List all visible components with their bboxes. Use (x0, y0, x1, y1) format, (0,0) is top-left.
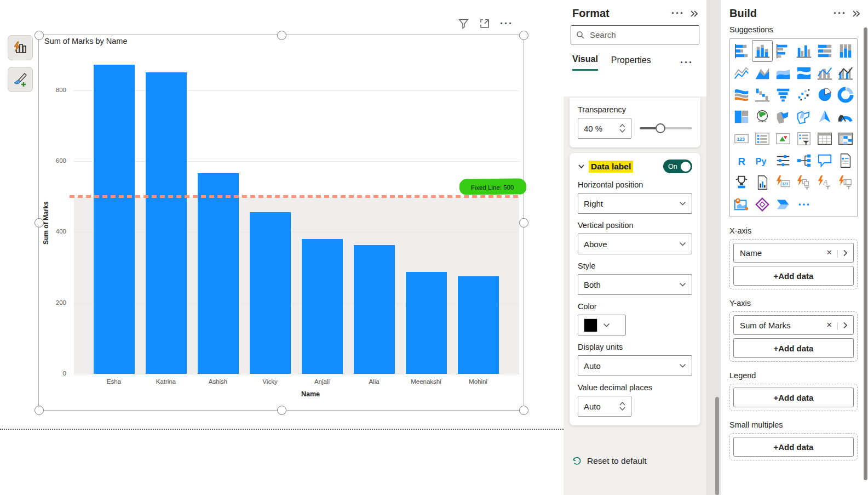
stacked-column-chart-icon[interactable] (752, 40, 773, 62)
resize-handle[interactable] (277, 31, 286, 40)
reset-to-default-button[interactable]: Reset to default (572, 456, 647, 466)
selected-visual-frame[interactable]: Sum of Marks by Name Sum of Marks Name 0… (38, 35, 524, 411)
r-script-visual-icon[interactable]: R (731, 150, 752, 172)
slider-knob[interactable] (656, 123, 665, 133)
color-picker[interactable] (578, 315, 626, 335)
funnel-chart-icon[interactable] (773, 84, 794, 106)
power-automate-icon[interactable] (773, 194, 794, 215)
tab-visual[interactable]: Visual (572, 54, 598, 71)
build-more-options-icon[interactable]: ··· (829, 8, 851, 19)
build-pane-scrollbar[interactable] (864, 27, 867, 480)
bar-vicky[interactable] (250, 212, 291, 374)
add-data-button-small-multiples[interactable]: +Add data (733, 437, 854, 457)
format-pane-scrollbar[interactable] (715, 397, 719, 495)
filter-icon[interactable] (458, 18, 469, 30)
scatter-chart-icon[interactable] (794, 84, 814, 106)
python-visual-icon[interactable]: Py (752, 150, 773, 172)
line-and-stacked-column-chart-icon[interactable] (814, 62, 835, 84)
ai-slicer-icon[interactable] (794, 172, 814, 194)
resize-handle[interactable] (277, 406, 286, 415)
tabs-more-options-icon[interactable]: ··· (676, 57, 698, 69)
bar-meenakshi[interactable] (406, 272, 447, 374)
vertical-position-dropdown[interactable]: Above (578, 234, 692, 254)
format-search-box[interactable] (571, 25, 699, 44)
bar-ashish[interactable] (198, 173, 239, 374)
bar-mohini[interactable] (458, 276, 499, 374)
smart-narrative-icon[interactable] (835, 150, 856, 172)
waterfall-chart-icon[interactable] (752, 84, 773, 106)
ribbon-chart-icon[interactable] (731, 84, 752, 106)
power-apps-icon[interactable] (752, 194, 773, 215)
metrics-icon[interactable] (731, 172, 752, 194)
chevron-down-icon[interactable] (578, 163, 585, 170)
clustered-bar-chart-icon[interactable] (773, 40, 794, 62)
tab-properties[interactable]: Properties (611, 55, 651, 70)
hundred-stacked-bar-chart-icon[interactable] (814, 40, 835, 62)
remove-field-icon[interactable]: × (823, 247, 835, 258)
treemap-icon[interactable] (731, 106, 752, 128)
style-dropdown[interactable]: Both (578, 274, 692, 295)
build-collapse-icon[interactable] (851, 9, 861, 19)
clustered-column-chart-icon[interactable] (794, 40, 814, 62)
area-chart-icon[interactable] (752, 62, 773, 84)
kpi-icon[interactable] (773, 128, 794, 150)
add-data-button-legend[interactable]: +Add data (733, 388, 854, 407)
more-visuals-icon[interactable] (794, 194, 814, 215)
line-and-clustered-column-chart-icon[interactable] (835, 62, 856, 84)
field-expand-chevron-icon[interactable] (840, 249, 851, 257)
report-canvas[interactable]: ··· Sum of Marks by Name Sum of Marks Na… (0, 0, 565, 495)
resize-handle[interactable] (519, 406, 528, 415)
shape-map-icon[interactable] (794, 106, 814, 128)
decomposition-tree-icon[interactable] (794, 150, 814, 172)
qa-visual-icon[interactable] (814, 150, 835, 172)
resize-handle[interactable] (35, 406, 44, 415)
field-parameters-icon[interactable] (773, 150, 794, 172)
value-decimal-places-input[interactable]: Auto (578, 396, 631, 417)
matrix-icon[interactable] (835, 128, 856, 150)
slicer-icon[interactable] (794, 128, 814, 150)
gauge-icon[interactable] (835, 106, 856, 128)
pie-chart-icon[interactable] (814, 84, 835, 106)
multi-row-card-icon[interactable] (752, 128, 773, 150)
focus-mode-icon[interactable] (479, 18, 491, 30)
filled-map-icon[interactable] (773, 106, 794, 128)
table-icon[interactable] (814, 128, 835, 150)
resize-handle[interactable] (35, 31, 44, 40)
remove-field-icon[interactable]: × (823, 320, 835, 331)
resize-handle[interactable] (519, 218, 528, 227)
hundred-stacked-column-chart-icon[interactable] (835, 40, 856, 62)
ai-text-icon[interactable]: A (814, 172, 835, 194)
stacked-bar-chart-icon[interactable] (731, 40, 752, 62)
bar-alia[interactable] (354, 245, 395, 374)
quick-insights-button[interactable] (8, 35, 33, 60)
stacked-area-chart-icon[interactable] (773, 62, 794, 84)
bar-anjali[interactable] (302, 239, 343, 374)
add-format-button[interactable] (8, 67, 33, 92)
card-icon[interactable]: 123 (731, 128, 752, 150)
format-collapse-icon[interactable] (689, 9, 699, 19)
ai-filter-icon[interactable] (835, 172, 856, 194)
field-pill-name[interactable]: Name×| (733, 243, 854, 263)
bar-esha[interactable] (94, 65, 135, 374)
arcgis-map-icon[interactable] (731, 194, 752, 215)
ai-card-icon[interactable]: 123 (773, 172, 794, 194)
display-units-dropdown[interactable]: Auto (578, 355, 692, 376)
paginated-report-icon[interactable] (752, 172, 773, 194)
data-label-toggle[interactable]: On (663, 160, 692, 173)
azure-map-icon[interactable] (814, 106, 835, 128)
resize-handle[interactable] (519, 31, 528, 40)
add-data-button-x-axis[interactable]: +Add data (733, 266, 854, 286)
transparency-input[interactable]: 40 % (578, 118, 631, 139)
search-input[interactable] (589, 30, 700, 40)
map-icon[interactable] (752, 106, 773, 128)
field-pill-sum-of-marks[interactable]: Sum of Marks×| (733, 315, 854, 335)
horizontal-position-dropdown[interactable]: Right (578, 193, 692, 214)
more-options-icon[interactable]: ··· (500, 18, 513, 30)
hundred-stacked-area-chart-icon[interactable] (794, 62, 814, 84)
add-data-button-y-axis[interactable]: +Add data (733, 338, 854, 358)
field-expand-chevron-icon[interactable] (840, 322, 851, 329)
format-more-options-icon[interactable]: ··· (667, 8, 689, 19)
transparency-slider[interactable] (640, 123, 692, 133)
line-chart-icon[interactable] (731, 62, 752, 84)
spinner-chevrons-icon[interactable] (619, 124, 625, 133)
